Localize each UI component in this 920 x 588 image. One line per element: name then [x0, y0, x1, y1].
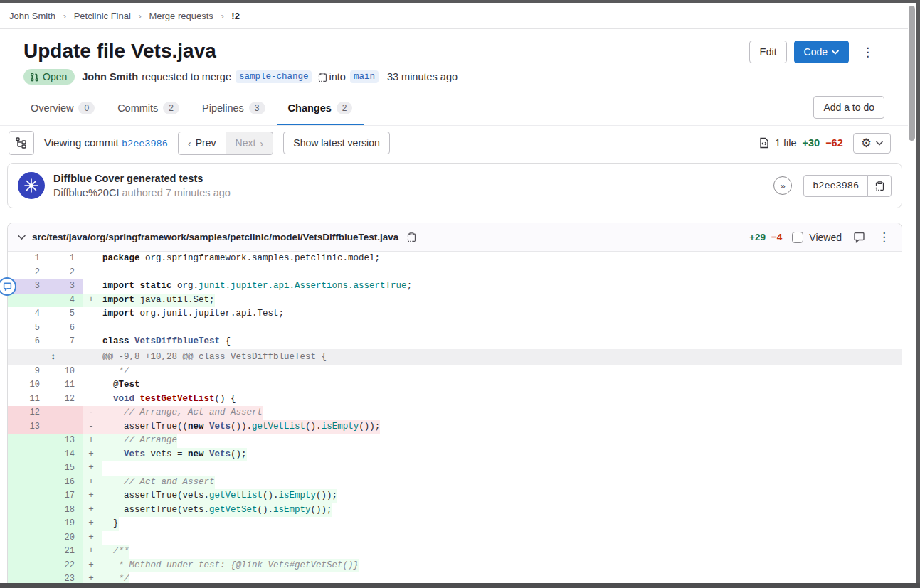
- code-line: /**: [99, 545, 129, 559]
- new-line-number[interactable]: 14: [48, 448, 83, 462]
- chevron-right-icon: ›: [260, 137, 263, 149]
- new-line-number[interactable]: 13: [48, 434, 83, 448]
- old-line-number[interactable]: 12: [8, 406, 48, 420]
- old-line-number[interactable]: [8, 448, 48, 462]
- diff-settings-button[interactable]: ⚙: [853, 133, 891, 154]
- commit-title[interactable]: Diffblue Cover generated tests: [53, 173, 765, 184]
- new-line-number[interactable]: 11: [48, 378, 83, 392]
- old-line-number[interactable]: 1: [8, 252, 48, 266]
- new-line-number[interactable]: 20: [48, 531, 83, 545]
- tab-changes[interactable]: Changes 2: [277, 92, 364, 125]
- tab-overview[interactable]: Overview 0: [19, 92, 106, 125]
- source-branch-label[interactable]: sample-change: [236, 70, 312, 83]
- page-scrollbar[interactable]: [908, 3, 916, 583]
- tab-changes-count: 2: [337, 102, 353, 114]
- viewed-checkbox[interactable]: [792, 232, 803, 243]
- page-title: Update file Vets.java: [23, 39, 749, 63]
- old-line-number[interactable]: 10: [8, 378, 48, 392]
- tab-commits[interactable]: Commits 2: [106, 92, 191, 125]
- into-text: into: [329, 71, 345, 82]
- mr-options-kebab-button[interactable]: ⋮: [856, 42, 879, 63]
- commit-author[interactable]: Diffblue%20CI: [53, 187, 119, 198]
- code-line: package org.springframework.samples.petc…: [99, 252, 380, 266]
- copy-commit-sha-icon[interactable]: [867, 175, 892, 197]
- show-latest-version-button[interactable]: Show latest version: [283, 132, 389, 154]
- prev-commit-button[interactable]: ‹ Prev: [178, 132, 226, 155]
- merge-request-icon: [30, 73, 39, 82]
- mr-author[interactable]: John Smith: [82, 71, 138, 82]
- old-line-number[interactable]: [8, 545, 48, 559]
- scrollbar-thumb[interactable]: [909, 6, 915, 141]
- new-line-number[interactable]: [48, 420, 83, 434]
- mr-tabs: Overview 0 Commits 2 Pipelines 3 Changes…: [19, 92, 813, 125]
- code-line: class VetsDiffblueTest {: [99, 335, 231, 349]
- commit-sha-button[interactable]: b2ee3986: [803, 175, 868, 197]
- old-line-number[interactable]: [8, 461, 48, 476]
- new-line-number[interactable]: 2: [48, 266, 83, 280]
- breadcrumb-user[interactable]: John Smith: [9, 11, 55, 21]
- new-line-number[interactable]: 12: [48, 392, 83, 407]
- old-line-number[interactable]: [8, 559, 48, 573]
- old-line-number[interactable]: 2: [8, 266, 48, 280]
- edit-button[interactable]: Edit: [749, 41, 786, 63]
- new-line-number[interactable]: 4: [48, 294, 83, 308]
- copy-branch-icon[interactable]: [316, 70, 329, 84]
- old-line-number[interactable]: [8, 503, 48, 518]
- copy-file-path-icon[interactable]: [405, 230, 418, 244]
- code-line: // Act and Assert: [99, 476, 215, 490]
- collapse-file-chevron-icon[interactable]: [18, 235, 26, 240]
- viewing-commit-sha-link[interactable]: b2ee3986: [122, 139, 168, 149]
- breadcrumb-project[interactable]: Petclinic Final: [74, 11, 131, 21]
- new-line-number[interactable]: [48, 406, 83, 420]
- diff-body: 11package org.springframework.samples.pe…: [8, 252, 902, 587]
- breadcrumb-merge-requests[interactable]: Merge requests: [149, 11, 213, 21]
- diff-row: 4+import java.util.Set;: [8, 294, 902, 308]
- tab-pipelines-count: 3: [249, 102, 265, 114]
- next-commit-button[interactable]: Next ›: [226, 132, 274, 155]
- new-line-number[interactable]: 5: [48, 307, 83, 321]
- old-line-number[interactable]: 5: [8, 321, 48, 336]
- code-line: */: [99, 365, 129, 379]
- diff-row: 16+ // Act and Assert: [8, 476, 902, 490]
- new-line-number[interactable]: 19: [48, 517, 83, 531]
- identicon-snowflake-icon: [23, 178, 39, 193]
- old-line-number[interactable]: 11: [8, 392, 48, 407]
- old-line-number[interactable]: 9: [8, 365, 48, 379]
- new-line-number[interactable]: 1: [48, 252, 83, 266]
- old-line-number[interactable]: [8, 294, 48, 308]
- merge-request-page: John Smith › Petclinic Final › Merge req…: [0, 3, 908, 587]
- new-line-number[interactable]: 21: [48, 545, 83, 559]
- new-line-number[interactable]: 6: [48, 321, 83, 336]
- old-line-number[interactable]: [8, 476, 48, 490]
- new-line-number[interactable]: 17: [48, 489, 83, 503]
- new-line-number[interactable]: 18: [48, 503, 83, 518]
- new-line-number[interactable]: 10: [48, 365, 83, 379]
- new-line-number[interactable]: 7: [48, 335, 83, 349]
- old-line-number[interactable]: 6: [8, 335, 48, 349]
- avatar[interactable]: [18, 172, 45, 199]
- old-line-number[interactable]: [8, 434, 48, 448]
- old-line-number[interactable]: [8, 489, 48, 503]
- new-line-number[interactable]: 15: [48, 461, 83, 476]
- add-todo-button[interactable]: Add a to do: [813, 96, 884, 119]
- file-tree-toggle-button[interactable]: [9, 131, 34, 155]
- old-line-number[interactable]: [8, 531, 48, 545]
- old-line-number[interactable]: 13: [8, 420, 48, 434]
- file-comment-icon[interactable]: [852, 230, 867, 245]
- old-line-number[interactable]: [8, 517, 48, 531]
- code-dropdown-button[interactable]: Code: [794, 41, 849, 63]
- new-line-number[interactable]: 3: [48, 279, 83, 294]
- diff-row: 11package org.springframework.samples.pe…: [8, 252, 902, 266]
- tab-pipelines[interactable]: Pipelines 3: [191, 92, 277, 125]
- old-line-number[interactable]: 4: [8, 307, 48, 321]
- target-branch-label[interactable]: main: [350, 70, 379, 83]
- diff-expand-row[interactable]: ↕@@ -9,8 +10,28 @@ class VetsDiffblueTes…: [8, 349, 902, 365]
- expand-commit-details-button[interactable]: »: [773, 176, 792, 195]
- viewed-label: Viewed: [809, 232, 842, 243]
- file-path[interactable]: src/test/java/org/springframework/sample…: [32, 232, 398, 242]
- new-line-number[interactable]: 16: [48, 476, 83, 490]
- expand-lines-icon[interactable]: ↕: [8, 349, 99, 365]
- file-options-kebab-button[interactable]: ⋮: [877, 230, 892, 245]
- breadcrumb-separator: ›: [138, 11, 141, 21]
- new-line-number[interactable]: 22: [48, 559, 83, 573]
